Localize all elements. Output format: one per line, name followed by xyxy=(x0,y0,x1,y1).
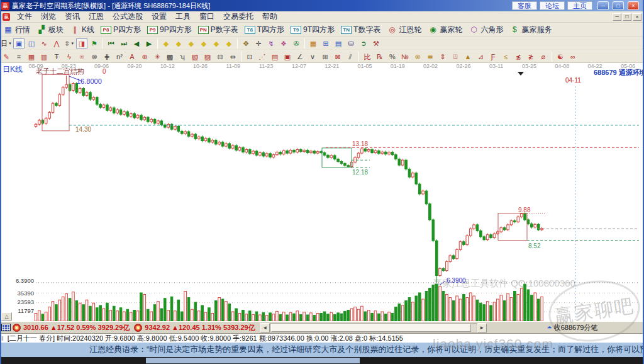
nav-last-button[interactable]: ⏭ xyxy=(118,38,130,48)
wave-mark-tool[interactable]: ʮ xyxy=(177,52,188,62)
box-minus-tool[interactable]: ⊟ xyxy=(214,52,226,62)
save-button[interactable]: ⛁ xyxy=(345,38,357,48)
infinity-tool[interactable]: ∞ xyxy=(567,52,579,62)
toolbar-button-T数字表[interactable]: TNT数字表 xyxy=(338,23,384,36)
axis-scale-toggle[interactable]: ⇳▼ xyxy=(64,38,75,48)
scroll-right-button[interactable]: ► xyxy=(477,323,487,333)
delta-tool[interactable]: ⍍ xyxy=(450,52,461,62)
period-day-selector[interactable]: 日▼ xyxy=(1,38,12,48)
toolbar-button-赢家服务[interactable]: $赢家服务 xyxy=(506,23,555,36)
gold-lines-tool[interactable]: ≣ xyxy=(425,52,436,62)
menu-文件[interactable]: 文件 xyxy=(13,11,36,23)
red-grid-b-tool[interactable]: ▨ xyxy=(202,52,213,62)
collapse-volume-button[interactable]: △ xyxy=(1,312,12,321)
box-select-tool[interactable]: ⊡ xyxy=(244,52,255,62)
ratio-tool[interactable]: 比 xyxy=(362,52,373,62)
chart-style-zigzag[interactable]: ⋀ xyxy=(51,38,62,48)
speed-line-tool[interactable]: ≴ xyxy=(513,52,524,62)
mdi-minimize-button[interactable]: ─ xyxy=(613,13,621,21)
fan-lines-tool[interactable]: ⋰ xyxy=(257,52,268,62)
toolbar-button-K线[interactable]: ∥K线 xyxy=(67,23,97,36)
menu-工具[interactable]: 工具 xyxy=(171,11,195,23)
percent-line-tool[interactable]: № xyxy=(399,52,411,62)
lightning-tool[interactable]: ϟ xyxy=(64,52,75,62)
close-button[interactable]: × xyxy=(628,1,639,10)
circle-cross-tool[interactable]: ⊕ xyxy=(139,52,150,62)
j-angle-tool[interactable]: ⊿ xyxy=(475,52,486,62)
menu-浏览[interactable]: 浏览 xyxy=(36,11,60,23)
draw-pen-tool[interactable]: ✎ xyxy=(1,52,12,62)
nav-first-button[interactable]: ⏮ xyxy=(106,38,117,48)
menu-资讯[interactable]: 资讯 xyxy=(60,11,84,23)
scrollbar-thumb[interactable] xyxy=(271,324,471,332)
send-button[interactable]: ➲ xyxy=(358,38,369,48)
parallel-lines-tool[interactable]: ⫽ xyxy=(345,52,356,62)
toolbox-button[interactable]: ⚒ xyxy=(370,38,382,48)
gann-box-tool[interactable]: ▤ xyxy=(269,52,280,62)
hand-pan-tool[interactable]: ✥ xyxy=(240,38,252,48)
grid-x-tool[interactable]: ⊠ xyxy=(332,52,343,62)
menu-帮助[interactable]: 帮助 xyxy=(258,11,282,23)
resist-line-tool[interactable]: ≵ xyxy=(525,52,536,62)
n-square-tool[interactable]: n² xyxy=(114,52,125,62)
star-fan-tool[interactable]: ✳ xyxy=(152,52,163,62)
overlay-toggle[interactable]: ◨ xyxy=(76,38,87,48)
calculator-icon[interactable] xyxy=(1,324,11,331)
minute-chart-link[interactable]: ⏶ 收688679分笔 xyxy=(547,323,598,333)
time-wheel-tool[interactable]: ✇ xyxy=(291,38,302,48)
maximize-button[interactable]: □ xyxy=(613,1,624,10)
toolbar-button-赢家轮[interactable]: ◉赢家轮 xyxy=(425,23,465,36)
gann-glasses-tool[interactable]: ❖ xyxy=(278,38,289,48)
calendar-button[interactable]: ▦ xyxy=(308,38,319,48)
gann-grid-red-tool[interactable]: ▣ xyxy=(282,52,293,62)
grid-plus-tool[interactable]: ⊞ xyxy=(319,52,331,62)
toolbar-button-9P四方形[interactable]: P99P四方形 xyxy=(144,23,195,36)
toolbar-button-P四方形[interactable]: P8P四方形 xyxy=(97,23,144,36)
mdi-restore-button[interactable]: □ xyxy=(623,13,631,21)
calculator-button[interactable]: ⊞ xyxy=(320,38,331,48)
v-shape-tool[interactable]: ∨ xyxy=(307,52,318,62)
percent-down-tool[interactable]: ℞ xyxy=(374,52,386,62)
gold-circle-tool[interactable]: ⊚ xyxy=(412,52,423,62)
taichi-tool[interactable]: ☯ xyxy=(555,52,566,62)
titlebar-button-论坛[interactable]: 论坛 xyxy=(540,1,565,10)
toolbar-button-9T四方形[interactable]: T99T四方形 xyxy=(287,23,338,36)
toolbar-button-江恩轮[interactable]: ◎江恩轮 xyxy=(384,23,425,36)
menu-江恩[interactable]: 江恩 xyxy=(84,11,108,23)
dense-grid-tool[interactable]: ▩ xyxy=(164,52,175,62)
nav-prev-button[interactable]: ◀ xyxy=(131,38,142,48)
toolbar-button-六角形[interactable]: ⬡六角形 xyxy=(465,23,506,36)
percent-tool[interactable]: % xyxy=(387,52,398,62)
flag-marker-tool[interactable]: ⚑ xyxy=(89,38,100,48)
report-button[interactable]: ▤ xyxy=(333,38,344,48)
updown-tool[interactable]: ⇕ xyxy=(437,52,448,62)
toolbar-button-P数字表[interactable]: PNP数字表 xyxy=(195,23,242,36)
menu-窗口[interactable]: 窗口 xyxy=(195,11,219,23)
minimize-button[interactable]: ─ xyxy=(597,1,609,10)
nav-next-button[interactable]: ▶ xyxy=(143,38,155,48)
diamond-vertical-tool[interactable]: ◆ xyxy=(211,38,222,48)
comb-tool[interactable]: ⌗ xyxy=(13,52,25,62)
menu-公式选股[interactable]: 公式选股 xyxy=(108,11,147,23)
crosshair-tool[interactable]: ✛ xyxy=(253,38,264,48)
gold-angle-tool[interactable]: ≤ xyxy=(500,52,511,62)
circle-level-tool[interactable]: ⊜ xyxy=(89,52,100,62)
chart-style-line[interactable]: ∿ xyxy=(38,38,50,48)
tab-daily-kline[interactable]: 日K线 xyxy=(3,64,23,75)
rail-tool[interactable]: ⋕ xyxy=(101,52,113,62)
toolbar-button-T四方形[interactable]: T8T四方形 xyxy=(242,23,287,36)
gann-square-tool[interactable]: ▥ xyxy=(38,52,50,62)
diamond-right-tool[interactable]: ◆ xyxy=(173,38,184,48)
angle-tool[interactable]: ∠ xyxy=(294,52,306,62)
titlebar-button-主页[interactable]: 主页 xyxy=(567,1,592,10)
mdi-close-button[interactable]: × xyxy=(633,13,641,21)
diamond-expand-tool[interactable]: ◆ xyxy=(186,38,197,48)
compass-tool[interactable]: ⍟ xyxy=(76,52,87,62)
f-angle-tool[interactable]: Ƒ xyxy=(487,52,499,62)
titlebar-button-客服[interactable]: 客服 xyxy=(512,1,537,10)
red-grid-a-tool[interactable]: ▧ xyxy=(189,52,201,62)
chart-style-candle[interactable]: ▣ xyxy=(13,38,25,48)
gann-square-gold-tool[interactable]: ▦ xyxy=(26,52,37,62)
measure-tool[interactable]: ↯ xyxy=(265,38,277,48)
diamond-updown-tool[interactable]: ◆ xyxy=(223,38,235,48)
